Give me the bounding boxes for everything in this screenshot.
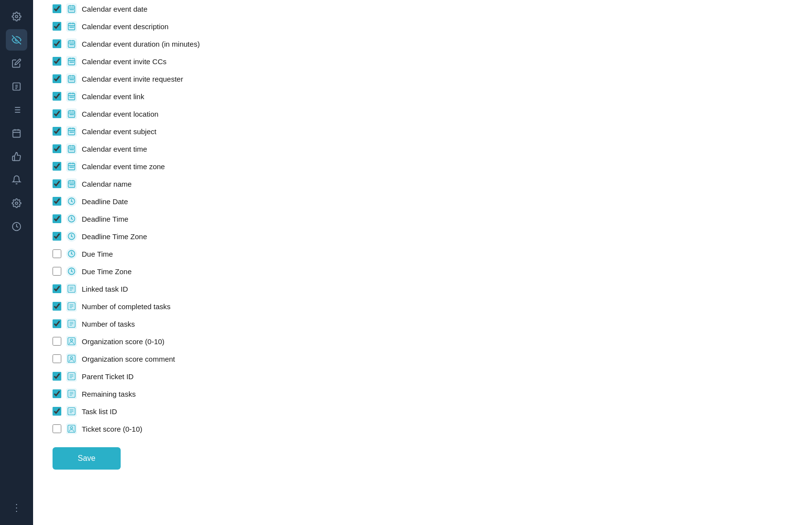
- item-label[interactable]: Task list ID: [82, 407, 117, 416]
- item-label[interactable]: Calendar event invite requester: [82, 75, 183, 83]
- item-label[interactable]: Linked task ID: [82, 285, 128, 293]
- svg-point-102: [71, 253, 72, 254]
- bell-icon[interactable]: [6, 169, 27, 191]
- svg-rect-93: [71, 184, 72, 185]
- item-label[interactable]: Number of completed tasks: [82, 302, 171, 311]
- more-options-icon[interactable]: ⋮: [12, 496, 22, 519]
- item-label[interactable]: Parent Ticket ID: [82, 372, 134, 381]
- list-item: Calendar event location: [53, 105, 793, 122]
- svg-rect-72: [71, 132, 72, 133]
- person-icon: [66, 423, 77, 434]
- checkbox-calendar-event-invite-requester[interactable]: [53, 74, 61, 83]
- item-label[interactable]: Number of tasks: [82, 320, 135, 328]
- item-label[interactable]: Ticket score (0-10): [82, 425, 142, 433]
- list-item: Organization score comment: [53, 350, 793, 368]
- item-label[interactable]: Deadline Time: [82, 215, 128, 223]
- list-item: Deadline Time: [53, 210, 793, 228]
- checkbox-due-time-zone[interactable]: [53, 267, 61, 276]
- list-nav-icon[interactable]: [6, 99, 27, 121]
- form-icon[interactable]: [6, 76, 27, 97]
- item-label[interactable]: Calendar event invite CCs: [82, 57, 166, 66]
- item-label[interactable]: Calendar event duration (in minutes): [82, 40, 200, 48]
- checkbox-deadline-date[interactable]: [53, 197, 61, 206]
- item-label[interactable]: Organization score (0-10): [82, 337, 164, 346]
- svg-rect-50: [70, 79, 71, 80]
- item-label[interactable]: Calendar event location: [82, 110, 159, 118]
- calendar-icon: [66, 56, 77, 67]
- list-item: Deadline Time Zone: [53, 228, 793, 245]
- svg-point-104: [71, 271, 72, 272]
- item-label[interactable]: Calendar event time: [82, 145, 147, 153]
- list-icon: [66, 301, 77, 312]
- calendar-icon: [66, 3, 77, 14]
- checkbox-calendar-name[interactable]: [53, 179, 61, 188]
- item-label[interactable]: Deadline Date: [82, 197, 128, 206]
- list-item: Parent Ticket ID: [53, 368, 793, 385]
- list-item: Task list ID: [53, 402, 793, 420]
- list-item: Due Time: [53, 245, 793, 262]
- settings-icon[interactable]: [6, 6, 27, 27]
- save-button[interactable]: Save: [53, 447, 121, 470]
- checkbox-calendar-event-date[interactable]: [53, 4, 61, 13]
- person-icon: [66, 336, 77, 347]
- checkbox-calendar-event-description[interactable]: [53, 22, 61, 31]
- svg-rect-86: [71, 167, 72, 168]
- list-item: Number of tasks: [53, 315, 793, 332]
- list-icon: [66, 283, 77, 294]
- calendar-nav-icon[interactable]: [6, 122, 27, 144]
- list-item: Calendar event duration (in minutes): [53, 35, 793, 52]
- checkbox-calendar-event-invite-ccs[interactable]: [53, 57, 61, 66]
- item-label[interactable]: Calendar event subject: [82, 127, 156, 136]
- edit-icon[interactable]: [6, 52, 27, 74]
- thumbs-up-icon[interactable]: [6, 146, 27, 167]
- checkbox-task-list-id[interactable]: [53, 407, 61, 416]
- item-label[interactable]: Calendar event description: [82, 22, 168, 31]
- timer-icon[interactable]: [6, 216, 27, 237]
- checkbox-calendar-event-duration[interactable]: [53, 39, 61, 48]
- item-label[interactable]: Calendar event time zone: [82, 162, 165, 171]
- svg-rect-31: [72, 27, 73, 28]
- item-label[interactable]: Calendar event link: [82, 92, 144, 101]
- checkbox-calendar-event-time[interactable]: [53, 144, 61, 153]
- checkbox-calendar-event-link[interactable]: [53, 92, 61, 101]
- svg-point-98: [71, 218, 72, 219]
- item-label[interactable]: Due Time: [82, 250, 113, 258]
- svg-rect-65: [71, 114, 72, 115]
- checkbox-due-time[interactable]: [53, 249, 61, 258]
- checkbox-number-of-tasks[interactable]: [53, 319, 61, 328]
- calendar-icon: [66, 143, 77, 154]
- svg-point-100: [71, 236, 72, 237]
- svg-rect-80: [72, 149, 73, 150]
- checkbox-ticket-score[interactable]: [53, 424, 61, 433]
- item-label[interactable]: Calendar event date: [82, 5, 147, 13]
- item-label[interactable]: Deadline Time Zone: [82, 232, 147, 241]
- list-item: Linked task ID: [53, 280, 793, 298]
- checkbox-linked-task-id[interactable]: [53, 284, 61, 293]
- list-icon: [66, 318, 77, 329]
- list-item: Organization score (0-10): [53, 332, 793, 350]
- item-label[interactable]: Organization score comment: [82, 355, 175, 363]
- checkbox-deadline-time[interactable]: [53, 214, 61, 223]
- checkbox-remaining-tasks[interactable]: [53, 389, 61, 398]
- checkbox-calendar-event-time-zone[interactable]: [53, 162, 61, 171]
- calendar-icon: [66, 161, 77, 172]
- svg-point-0: [16, 16, 18, 18]
- checkbox-organization-score-comment[interactable]: [53, 354, 61, 363]
- list-item: Remaining tasks: [53, 385, 793, 402]
- gear-cog-icon[interactable]: [6, 192, 27, 214]
- svg-rect-45: [72, 62, 73, 63]
- svg-rect-64: [70, 114, 71, 115]
- checkbox-number-of-completed-tasks[interactable]: [53, 302, 61, 311]
- svg-rect-37: [71, 44, 72, 45]
- checkbox-organization-score[interactable]: [53, 337, 61, 346]
- checkbox-deadline-time-zone[interactable]: [53, 232, 61, 241]
- calendar-icon: [66, 178, 77, 189]
- item-label[interactable]: Remaining tasks: [82, 390, 136, 398]
- eye-off-icon[interactable]: [6, 29, 27, 51]
- checkbox-parent-ticket-id[interactable]: [53, 372, 61, 381]
- item-label[interactable]: Calendar name: [82, 180, 132, 188]
- checkbox-calendar-event-subject[interactable]: [53, 127, 61, 136]
- clock-icon: [66, 196, 77, 207]
- checkbox-calendar-event-location[interactable]: [53, 109, 61, 118]
- item-label[interactable]: Due Time Zone: [82, 267, 132, 276]
